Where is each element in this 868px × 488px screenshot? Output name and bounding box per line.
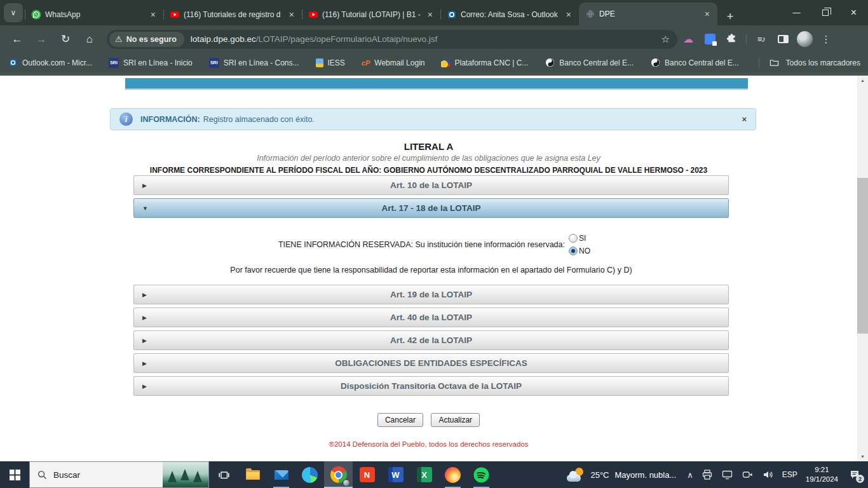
security-chip[interactable]: ⚠ No es seguro	[109, 32, 184, 47]
close-window-button[interactable]: ×	[839, 0, 868, 25]
bookmark-banco-central-2[interactable]: Banco Central del E...	[650, 58, 739, 68]
meet-now-tray-button[interactable]	[742, 469, 754, 480]
side-panel-button[interactable]	[773, 30, 792, 49]
tab-dpe-active[interactable]: DPE ×	[579, 3, 717, 25]
radio-checked-icon[interactable]	[569, 247, 578, 255]
scroll-down-icon[interactable]: ▼	[857, 452, 868, 461]
accordion-disposicion-transitoria[interactable]: ▶ Disposición Transitoria Octava de la L…	[133, 376, 729, 396]
network-tray-button[interactable]	[721, 469, 733, 480]
printer-tray-button[interactable]	[702, 469, 713, 480]
accordion-art19[interactable]: ▶ Art. 19 de la LOTAIP	[133, 285, 729, 304]
tab-youtube-2[interactable]: (116) Tutorial (LOTAIP) | B1 - ×	[302, 4, 440, 25]
bookmark-sri-consultas[interactable]: SRI SRI en Línea - Cons...	[209, 58, 299, 68]
bookmark-sri-inicio[interactable]: SRI SRI en Línea - Inicio	[109, 58, 193, 68]
close-icon[interactable]: ×	[564, 10, 574, 20]
cancel-button[interactable]: Cancelar	[377, 413, 423, 427]
tab-search-button[interactable]: ∨	[4, 3, 23, 22]
start-button[interactable]	[0, 461, 29, 488]
clock[interactable]: 9:21 19/1/2024	[806, 465, 838, 484]
youtube-icon	[170, 10, 180, 20]
kebab-menu-icon: ⋮	[822, 34, 831, 45]
tab-outlook[interactable]: Correo: Anita Sosa - Outlook ×	[440, 4, 579, 25]
bookmark-label: IESS	[328, 58, 345, 67]
taskbar-file-explorer[interactable]	[238, 461, 267, 488]
minimize-button[interactable]: —	[782, 0, 811, 25]
radio-label: NO	[579, 247, 590, 255]
taskbar-nitro-pdf[interactable]: N	[353, 461, 381, 488]
chevron-down-icon: ▼	[142, 205, 148, 212]
edge-icon	[302, 467, 318, 483]
tab-whatsapp[interactable]: WhatsApp ×	[25, 4, 163, 25]
close-icon[interactable]: ×	[287, 10, 297, 20]
language-indicator[interactable]: ESP	[782, 470, 797, 479]
browser-menu-button[interactable]: ⋮	[817, 30, 836, 49]
outlook-icon	[8, 58, 18, 68]
page-subtitle: Información del período anterior sobre e…	[0, 154, 857, 163]
tray-expand-button[interactable]: ∧	[687, 470, 693, 480]
profile-button[interactable]	[795, 30, 814, 49]
taskbar-word[interactable]: W	[381, 461, 410, 488]
search-placeholder: Buscar	[53, 470, 80, 480]
accordion-art42[interactable]: ▶ Art. 42 de la LOTAIP	[133, 330, 729, 350]
radio-option-no[interactable]: NO	[569, 247, 590, 255]
extension-cloud[interactable]: ☁	[679, 30, 698, 49]
accordion-obligaciones[interactable]: ▶ OBLIGACIONES DE ENTIDADES ESPECÍFICAS	[133, 353, 729, 373]
taskbar-excel[interactable]: X	[410, 461, 438, 488]
taskbar-firefox[interactable]	[438, 461, 467, 488]
weather-temp: 25°C	[590, 470, 609, 480]
taskbar-spotify[interactable]	[467, 461, 496, 488]
task-view-button[interactable]	[209, 461, 238, 488]
home-button[interactable]: ⌂	[79, 29, 100, 50]
accordion-art10[interactable]: ▶ Art. 10 de la LOTAIP	[133, 175, 729, 195]
forward-button[interactable]: →	[31, 29, 51, 50]
extension-translate[interactable]	[700, 30, 719, 49]
chevron-right-icon: ▶	[142, 315, 147, 321]
scroll-up-icon[interactable]: ▲	[857, 76, 868, 85]
chevron-down-icon: ∨	[11, 8, 17, 17]
address-bar[interactable]: ⚠ No es seguro lotaip.dpe.gob.ec/LOTAIP/…	[107, 30, 677, 49]
volume-tray-button[interactable]	[762, 469, 774, 480]
radio-unchecked-icon[interactable]	[569, 234, 578, 243]
accordion-art40[interactable]: ▶ Art. 40 de la LOTAIP	[133, 308, 729, 327]
word-icon: W	[388, 467, 403, 482]
separator	[746, 34, 747, 45]
reload-button[interactable]: ↻	[55, 29, 76, 50]
taskbar-search-input[interactable]: Buscar	[29, 461, 209, 488]
excel-icon: X	[417, 467, 432, 482]
cpanel-icon: cP	[362, 59, 370, 67]
close-icon[interactable]: ×	[425, 10, 435, 20]
bookmark-outlook[interactable]: Outlook.com - Micr...	[8, 58, 92, 68]
avatar	[797, 31, 813, 47]
back-button[interactable]: ←	[7, 29, 27, 50]
close-icon[interactable]: ×	[702, 9, 712, 19]
vertical-scrollbar[interactable]: ▲ ▼	[857, 76, 868, 461]
notification-center-button[interactable]: 2	[846, 466, 863, 483]
update-button[interactable]: Actualizar	[431, 413, 480, 427]
accordion-art17-18[interactable]: ▼ Art. 17 - 18 de la LOTAIP	[133, 198, 729, 218]
reserved-info-question: TIENE INFORMACIÓN RESERVADA: Su instituc…	[278, 240, 565, 249]
radio-option-si[interactable]: SI	[569, 234, 590, 243]
taskbar-chrome[interactable]	[324, 461, 353, 488]
bookmark-webmail[interactable]: cP Webmail Login	[362, 58, 425, 67]
new-tab-button[interactable]: +	[721, 8, 739, 25]
media-playlist-button[interactable]: ≡♪	[752, 30, 771, 49]
tab-youtube-1[interactable]: (116) Tutoriales de registro d ×	[163, 4, 302, 25]
extensions-button[interactable]	[722, 30, 741, 49]
bookmark-label: Webmail Login	[374, 58, 424, 67]
taskbar-edge[interactable]	[295, 461, 324, 488]
all-bookmarks[interactable]: Todos los marcadores	[759, 57, 860, 69]
close-icon[interactable]: ×	[148, 10, 158, 20]
bookmark-star-icon[interactable]: ☆	[658, 34, 674, 45]
banner-close-icon[interactable]: ×	[742, 114, 747, 124]
firefox-icon	[445, 467, 461, 483]
translate-icon	[705, 34, 715, 44]
bookmark-banco-central-1[interactable]: Banco Central del E...	[545, 58, 634, 68]
banco-central-icon	[650, 58, 660, 68]
restore-button[interactable]	[811, 0, 839, 25]
scrollbar-thumb[interactable]	[857, 178, 868, 334]
taskbar-mail[interactable]	[267, 461, 295, 488]
windows-logo-icon	[10, 470, 20, 480]
bookmark-cnc[interactable]: Plataforma CNC | C...	[441, 58, 528, 67]
bookmark-iess[interactable]: IESS	[316, 58, 345, 67]
weather-widget[interactable]: 25°C Mayorm. nubla...	[567, 468, 676, 482]
